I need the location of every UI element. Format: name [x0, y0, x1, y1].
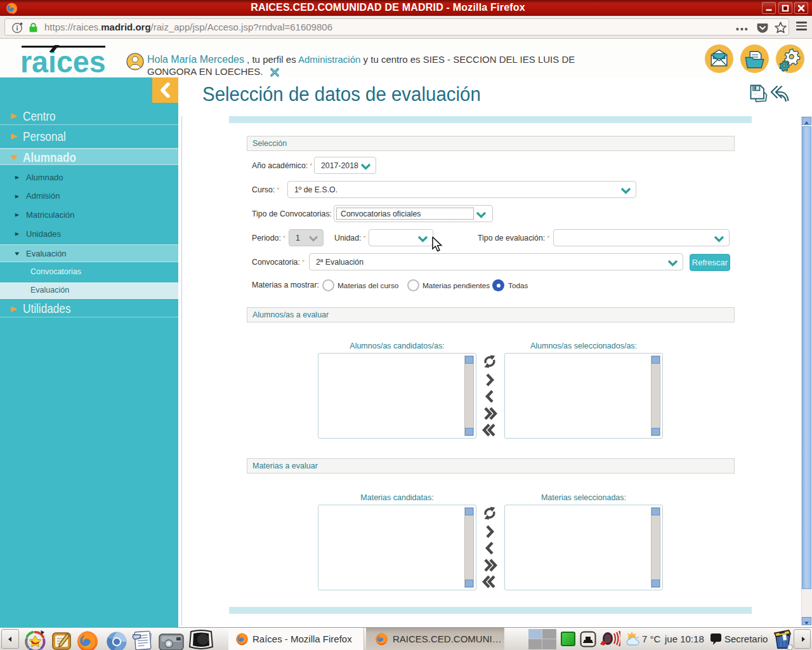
sidebar-item-evaluacion-l3[interactable]: Evaluación [0, 282, 178, 299]
sidebar-item-utilidades[interactable]: Utilidades [0, 300, 178, 317]
workspace-4[interactable] [542, 639, 556, 649]
move-all-left-icon[interactable] [482, 423, 497, 437]
launcher-chromium-icon[interactable] [106, 631, 128, 650]
panel-left-arrow-button[interactable] [1, 629, 19, 649]
tray-trash-icon[interactable] [771, 628, 793, 650]
move-right-icon[interactable] [482, 373, 497, 387]
launcher-notes-icon[interactable] [51, 631, 72, 650]
tray-weather-icon[interactable] [625, 632, 641, 647]
move-all-right-icon[interactable] [482, 558, 497, 573]
site-info-icon[interactable] [11, 22, 23, 34]
sidebar-collapse-button[interactable] [152, 77, 178, 103]
documents-icon[interactable] [740, 44, 769, 74]
sidebar-item-unidades-l2[interactable]: Unidades [0, 225, 178, 244]
url-text[interactable]: https://raices.madrid.org/raiz_app/jsp/A… [44, 22, 332, 32]
move-all-left-icon[interactable] [482, 574, 497, 589]
taskbar-window-raices[interactable]: Raíces - Mozilla Firefox [228, 628, 364, 650]
listbox-scrollbar[interactable] [651, 355, 660, 436]
listbox-scroll-up-button[interactable] [465, 356, 473, 364]
bookmark-star-icon[interactable] [774, 21, 787, 34]
move-left-icon[interactable] [482, 541, 497, 555]
launcher-screenshot-icon[interactable] [159, 632, 184, 650]
pocket-icon[interactable] [756, 22, 769, 34]
move-left-icon[interactable] [482, 389, 497, 404]
sidebar-item-centro[interactable]: Centro [0, 108, 178, 125]
listbox-scroll-down-button[interactable] [652, 580, 660, 587]
taskbar-window-raices-ced[interactable]: RAICES.CED.COMUNI… [366, 628, 504, 650]
tray-green-icon[interactable] [561, 632, 575, 646]
alumnos-candidatos-listbox[interactable] [318, 353, 476, 439]
tray-temperature[interactable]: 7 °C [642, 633, 660, 644]
mail-icon[interactable] [704, 44, 734, 74]
launcher-media-icon[interactable] [188, 629, 214, 650]
url-bar[interactable]: https://raices.madrid.org/raiz_app/jsp/A… [4, 18, 789, 36]
curso-select[interactable]: 1º de E.S.O. [287, 181, 636, 198]
refresh-icon[interactable] [482, 506, 497, 521]
tray-clock[interactable]: jue 10:18 [665, 633, 704, 644]
page-scrollbar[interactable] [801, 77, 812, 627]
tray-sound-icon[interactable] [599, 630, 620, 648]
minimize-button[interactable] [762, 2, 776, 14]
unidad-select[interactable] [369, 229, 433, 246]
listbox-scroll-down-button[interactable] [465, 428, 473, 435]
radio-materias-pendientes[interactable] [407, 279, 419, 291]
radio-todas-label[interactable]: Todas [508, 281, 528, 290]
page-actions-icon[interactable]: ••• [736, 24, 749, 34]
menu-hamburger-icon[interactable] [796, 22, 807, 30]
launcher-journal-icon[interactable] [131, 630, 156, 650]
tipo-convocatorias-select[interactable]: Convocatorias oficiales [334, 205, 493, 222]
listbox-scroll-up-button[interactable] [465, 508, 473, 515]
profile-name[interactable]: Administración [298, 54, 360, 65]
materias-candidatas-listbox[interactable] [318, 505, 476, 590]
sidebar-item-alumnado[interactable]: Alumnado [0, 149, 178, 165]
maximize-button[interactable] [778, 2, 792, 14]
tipo-evaluacion-select[interactable] [553, 229, 730, 246]
save-icon[interactable] [749, 84, 768, 102]
sidebar-item-convocatorias-l3[interactable]: Convocatorias [0, 263, 178, 281]
workspace-1[interactable] [528, 629, 542, 639]
user-name[interactable]: Hola María Mercedes [147, 54, 244, 65]
listbox-scroll-down-button[interactable] [465, 580, 473, 587]
refresh-icon[interactable] [482, 354, 497, 369]
scroll-thumb[interactable] [802, 126, 811, 589]
listbox-scrollbar[interactable] [651, 507, 660, 588]
sidebar-item-personal[interactable]: Personal [0, 125, 178, 149]
radio-materias-del-curso-label[interactable]: Materias del curso [337, 281, 398, 290]
launcher-updater-icon[interactable] [23, 630, 47, 650]
panel-right-arrow-button[interactable] [794, 629, 811, 649]
settings-icon[interactable] [775, 44, 805, 74]
scroll-down-button[interactable] [802, 617, 811, 625]
move-right-icon[interactable] [482, 524, 497, 539]
sidebar-item-alumnado-l2[interactable]: Alumnado [0, 168, 178, 187]
workspace-2[interactable] [542, 629, 556, 639]
radio-materias-pendientes-label[interactable]: Materias pendientes [422, 281, 490, 290]
sidebar-item-admision-l2[interactable]: Admisión [0, 187, 178, 206]
listbox-scroll-up-button[interactable] [652, 508, 660, 515]
tray-chat-icon[interactable] [710, 633, 722, 645]
convocatoria-select[interactable]: 2ª Evaluación [309, 253, 683, 270]
listbox-scrollbar[interactable] [464, 355, 474, 436]
tray-user[interactable]: Secretario [724, 633, 768, 644]
anio-select[interactable]: 2017-2018 [314, 157, 376, 174]
radio-todas[interactable] [492, 279, 504, 291]
workspace-3[interactable] [528, 639, 542, 649]
listbox-scroll-down-button[interactable] [652, 428, 660, 435]
move-all-right-icon[interactable] [482, 406, 497, 421]
close-session-icon[interactable] [270, 67, 280, 77]
radio-materias-del-curso[interactable] [322, 279, 334, 291]
https-lock-icon[interactable] [28, 22, 39, 33]
tray-keyboard-icon[interactable] [580, 631, 596, 647]
refrescar-button[interactable]: Refrescar [690, 254, 730, 271]
undo-icon[interactable] [770, 85, 789, 102]
scroll-up-button[interactable] [802, 117, 811, 125]
window-titlebar[interactable]: RAICES.CED.COMUNIDAD DE MADRID - Mozilla… [0, 0, 812, 16]
workspace-switcher[interactable] [528, 629, 556, 649]
sidebar-item-matriculacion-l2[interactable]: Matriculación [0, 206, 178, 225]
alumnos-seleccionados-listbox[interactable] [504, 353, 663, 439]
launcher-firefox-icon[interactable] [76, 630, 99, 650]
listbox-scroll-up-button[interactable] [652, 356, 660, 364]
materias-seleccionadas-listbox[interactable] [504, 505, 663, 590]
listbox-scrollbar[interactable] [464, 507, 474, 588]
close-button[interactable] [794, 2, 808, 14]
sidebar-item-evaluacion-l2[interactable]: Evaluación [0, 244, 178, 262]
